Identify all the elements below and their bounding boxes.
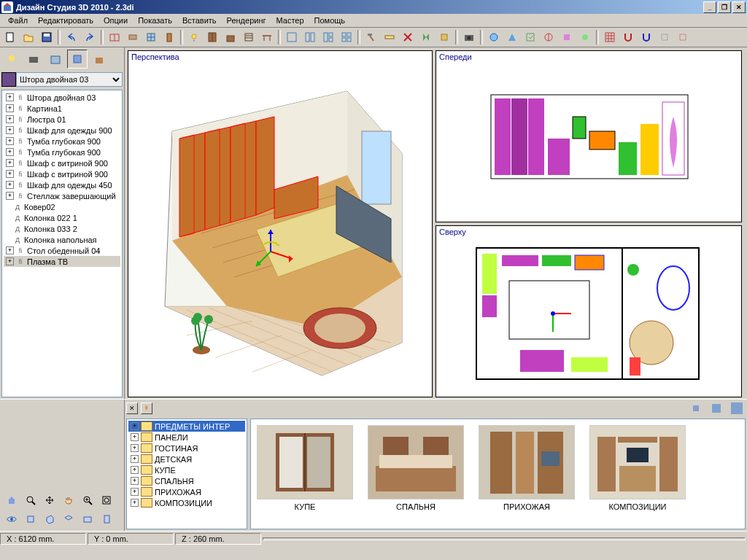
catalog-item[interactable]: +ПРЕДМЕТЫ ИНТЕР <box>128 421 245 432</box>
thumbsize-s-icon[interactable] <box>687 400 705 417</box>
tab-light-icon[interactable] <box>1 50 22 69</box>
tree-item[interactable]: +ﬁПлазма ТВ <box>4 256 120 267</box>
tree-item[interactable]: +ﬁШтора двойная 03 <box>4 92 120 103</box>
magnet2-icon[interactable] <box>638 28 655 46</box>
tree-item[interactable]: ДКовер02 <box>4 201 120 212</box>
catalog-up-button[interactable]: ↟ <box>141 402 152 414</box>
close-button[interactable]: ✕ <box>732 1 746 13</box>
nav-view1-icon[interactable] <box>22 510 39 528</box>
tree-item[interactable]: +ﬁСтол обеденный 04 <box>4 245 120 256</box>
tool1-icon[interactable] <box>558 28 576 46</box>
tool2-icon[interactable] <box>576 28 594 46</box>
magnet1-icon[interactable] <box>619 28 637 46</box>
tab-camera-icon[interactable] <box>23 50 44 69</box>
thumb-bedroom[interactable]: СПАЛЬНЯ <box>368 425 464 511</box>
viewport-front[interactable]: Спереди <box>436 50 742 222</box>
thumb-kupe[interactable]: КУПЕ <box>257 425 353 511</box>
cone-icon[interactable] <box>503 28 521 46</box>
catalog-item[interactable]: +КОМПОЗИЦИИ <box>128 497 245 508</box>
compass-icon[interactable] <box>540 28 557 46</box>
undo-button[interactable] <box>63 28 80 46</box>
tree-item[interactable]: +ﬁСтеллаж завершающий <box>4 190 120 201</box>
object-dropdown[interactable]: Штора двойная 03 <box>16 72 123 87</box>
hammer-icon[interactable] <box>363 28 380 46</box>
wardrobe-button[interactable] <box>204 28 221 46</box>
snap1-icon[interactable] <box>656 28 673 46</box>
tree-item[interactable]: +ﬁШкаф для одежды 450 <box>4 179 120 190</box>
menu-file[interactable]: Файл <box>3 15 33 26</box>
render-icon[interactable] <box>485 28 503 46</box>
view3-button[interactable] <box>320 28 337 46</box>
catalog-item[interactable]: +ПРИХОЖАЯ <box>128 486 245 497</box>
save-button[interactable] <box>38 28 55 46</box>
nav-view5-icon[interactable] <box>98 510 115 528</box>
menu-master[interactable]: Мастер <box>271 15 309 26</box>
nav-view3-icon[interactable] <box>60 510 77 528</box>
tab-object-icon[interactable] <box>67 50 88 69</box>
menu-render[interactable]: Рендеринг <box>222 15 271 26</box>
window-button[interactable] <box>142 28 160 46</box>
catalog-item[interactable]: +СПАЛЬНЯ <box>128 475 245 486</box>
grid-icon[interactable] <box>601 28 619 46</box>
menu-help[interactable]: Помощь <box>309 15 351 26</box>
light-button[interactable] <box>185 28 203 46</box>
view2-button[interactable] <box>301 28 319 46</box>
nav-view2-icon[interactable] <box>41 510 58 528</box>
thumb-compositions[interactable]: КОМПОЗИЦИИ <box>589 425 686 511</box>
shelf-button[interactable] <box>240 28 258 46</box>
nav-pan-icon[interactable] <box>41 491 58 509</box>
catalog-item[interactable]: +ДЕТСКАЯ <box>128 454 245 464</box>
table-button[interactable] <box>258 28 276 46</box>
tree-item[interactable]: ДКолонка 033 2 <box>4 223 120 234</box>
mirror-icon[interactable] <box>417 28 435 46</box>
object-selector[interactable]: Штора двойная 03 <box>1 72 123 87</box>
catalog-item[interactable]: +ГОСТИНАЯ <box>128 443 245 454</box>
view4-button[interactable] <box>338 28 355 46</box>
nav-zoomfit-icon[interactable] <box>79 491 96 509</box>
build-icon[interactable] <box>436 28 453 46</box>
thumbsize-l-icon[interactable] <box>728 400 746 417</box>
catalog-item[interactable]: +ПАНЕЛИ <box>128 432 245 443</box>
nav-zoom-icon[interactable] <box>22 491 39 509</box>
door-button[interactable] <box>160 28 178 46</box>
redo-button[interactable] <box>81 28 98 46</box>
tree-item[interactable]: +ﬁКартина1 <box>4 103 120 114</box>
tree-item[interactable]: +ﬁТумба глубокая 900 <box>4 136 120 147</box>
tree-item[interactable]: +ﬁТумба глубокая 900 <box>4 147 120 158</box>
restore-button[interactable]: ❐ <box>718 1 731 13</box>
view1-button[interactable] <box>283 28 301 46</box>
camera-icon[interactable] <box>460 28 478 46</box>
tree-item[interactable]: +ﬁШкаф с витриной 900 <box>4 158 120 168</box>
scene-tree[interactable]: +ﬁШтора двойная 03+ﬁКартина1+ﬁЛюстра 01+… <box>1 90 123 397</box>
open-button[interactable] <box>20 28 37 46</box>
nav-home-icon[interactable] <box>3 491 20 509</box>
nav-orbit-icon[interactable] <box>3 510 20 528</box>
catalog-tree[interactable]: +ПРЕДМЕТЫ ИНТЕР+ПАНЕЛИ+ГОСТИНАЯ+ДЕТСКАЯ+… <box>126 419 247 529</box>
wall-button[interactable] <box>124 28 142 46</box>
rooms-button[interactable] <box>106 28 123 46</box>
menu-show[interactable]: Показать <box>133 15 177 26</box>
viewport-perspective[interactable]: Перспектива <box>128 50 433 397</box>
tree-item[interactable]: +ﬁЛюстра 01 <box>4 114 120 125</box>
viewport-top[interactable]: Сверху <box>436 225 742 397</box>
nav-view4-icon[interactable] <box>79 510 96 528</box>
tree-item[interactable]: ДКолонка напольная <box>4 234 120 245</box>
menu-insert[interactable]: Вставить <box>177 15 222 26</box>
catalog-close-button[interactable]: ✕ <box>126 402 138 414</box>
nav-zoomall-icon[interactable] <box>98 491 115 509</box>
ruler-icon[interactable] <box>381 28 398 46</box>
delete-icon[interactable] <box>399 28 417 46</box>
minimize-button[interactable]: _ <box>703 1 716 13</box>
new-button[interactable] <box>1 28 19 46</box>
menu-options[interactable]: Опции <box>98 15 133 26</box>
menu-edit[interactable]: Редактировать <box>33 15 98 26</box>
catalog-item[interactable]: +КУПЕ <box>128 464 245 475</box>
tree-item[interactable]: +ﬁШкаф с витриной 900 <box>4 168 120 179</box>
tab-room-icon[interactable] <box>45 50 66 69</box>
tree-item[interactable]: ДКолонка 022 1 <box>4 212 120 223</box>
cabinet-button[interactable] <box>222 28 239 46</box>
export-icon[interactable] <box>522 28 539 46</box>
thumbsize-m-icon[interactable] <box>708 400 725 417</box>
tree-item[interactable]: +ﬁШкаф для одежды 900 <box>4 125 120 136</box>
snap2-icon[interactable] <box>674 28 692 46</box>
